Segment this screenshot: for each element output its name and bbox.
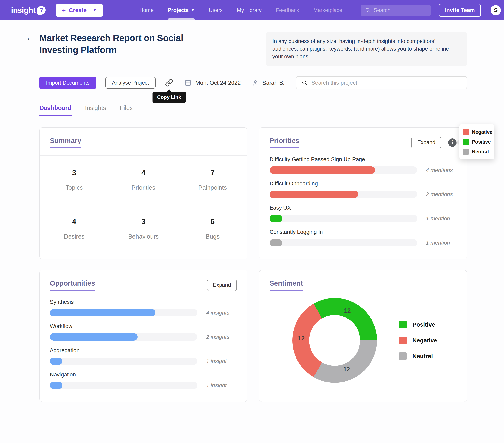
info-icon[interactable]: i: [448, 138, 457, 147]
opportunities-title: Opportunities: [50, 279, 95, 291]
bar-label: Aggregation: [50, 347, 237, 353]
sentiment-donut-chart: 12 12 12: [292, 298, 377, 383]
bar-mentions: 2 mentions: [417, 191, 457, 198]
copy-link-button[interactable]: Copy Link: [165, 79, 173, 87]
nav-item-my-library[interactable]: My Library: [230, 0, 269, 20]
nav-item-home[interactable]: Home: [132, 0, 161, 20]
bar-fill: [270, 215, 282, 222]
donut-label-neutral: 12: [343, 366, 350, 373]
tab-dashboard[interactable]: Dashboard: [39, 104, 71, 116]
summary-label: Topics: [66, 184, 83, 191]
bar-track: [270, 191, 417, 198]
legend-item-negative: Negative: [399, 337, 437, 344]
summary-label: Behaviours: [128, 233, 159, 240]
sentiment-card-header: Sentiment: [259, 270, 467, 298]
neutral-swatch: [399, 352, 407, 360]
bar-insights: 1 insight: [198, 382, 237, 389]
plus-icon: +: [62, 6, 66, 14]
app-header: insight 7 + Create ▼ Home Projects ▼ Use…: [0, 0, 504, 20]
opportunity-bar-item: Synthesis 4 insights: [50, 299, 237, 316]
legend-item-positive: Positive: [399, 321, 437, 328]
negative-swatch: [463, 129, 469, 135]
invite-team-button[interactable]: Invite Team: [439, 4, 481, 17]
summary-value: 4: [141, 169, 145, 177]
bar-mentions: 4 mentions: [417, 167, 457, 173]
search-icon: [302, 80, 307, 86]
summary-title: Summary: [50, 137, 81, 148]
person-icon: [252, 79, 259, 86]
back-arrow[interactable]: ←: [26, 33, 35, 42]
user-avatar[interactable]: S: [491, 5, 501, 15]
divider: [39, 116, 467, 116]
legend-label: Neutral: [472, 149, 489, 155]
priorities-title: Priorities: [270, 137, 299, 148]
summary-value: 4: [72, 218, 76, 226]
project-owner-name: Sarah B.: [262, 80, 285, 86]
link-icon: [165, 79, 173, 87]
legend-item-positive: Positive: [463, 139, 491, 145]
summary-label: Desires: [64, 233, 85, 240]
project-description: In any business of any size, having in-d…: [266, 32, 467, 66]
chevron-down-icon: ▼: [191, 8, 195, 12]
opportunities-card-header: Opportunities Expand: [39, 270, 247, 298]
summary-cell-painpoints: 7 Painpoints: [178, 156, 247, 204]
search-icon: [365, 7, 371, 13]
opportunities-expand-button[interactable]: Expand: [207, 279, 237, 291]
bar-track: [270, 215, 417, 222]
legend-label: Negative: [413, 337, 437, 344]
tab-files[interactable]: Files: [120, 104, 133, 116]
chevron-down-icon: ▼: [92, 8, 97, 13]
dashboard-grid: Summary 3 Topics 4 Priorities 7 Painpoin…: [39, 128, 467, 418]
legend-label: Positive: [413, 321, 435, 328]
bar-mentions: 1 mention: [417, 240, 457, 246]
tab-insights[interactable]: Insights: [85, 104, 106, 116]
summary-cell-desires: 4 Desires: [39, 204, 109, 253]
negative-swatch: [399, 337, 407, 344]
bar-track: [270, 239, 417, 246]
nav-item-feedback[interactable]: Feedback: [269, 0, 306, 20]
page-title: Market Research Report on Social Investi…: [39, 32, 216, 56]
import-documents-button[interactable]: Import Documents: [39, 77, 96, 89]
sentiment-title: Sentiment: [270, 279, 303, 291]
nav-item-projects[interactable]: Projects ▼: [161, 0, 202, 20]
summary-card-header: Summary: [39, 128, 247, 156]
nav-item-marketplace[interactable]: Marketplace: [306, 0, 349, 20]
bar-track: [270, 166, 417, 174]
legend-item-neutral: Neutral: [399, 352, 437, 360]
bar-fill: [50, 357, 62, 365]
analyse-project-button[interactable]: Analyse Project: [105, 77, 156, 89]
project-search-input[interactable]: [311, 80, 462, 86]
bar-fill: [270, 166, 375, 174]
priorities-expand-button[interactable]: Expand: [411, 137, 441, 148]
bar-label: Easy UX: [270, 205, 457, 211]
summary-cell-priorities: 4 Priorities: [109, 156, 178, 204]
project-tabs: Dashboard Insights Files: [39, 104, 467, 116]
bar-label: Workflow: [50, 323, 237, 329]
bar-track: [50, 357, 198, 365]
bar-label: Difficulty Getting Passed Sign Up Page: [270, 156, 457, 163]
bar-fill: [50, 309, 155, 316]
project-actions: Import Documents Analyse Project Copy Li…: [39, 76, 467, 89]
bar-track: [50, 309, 198, 316]
title-section: ← Market Research Report on Social Inves…: [39, 32, 467, 66]
legend-label: Neutral: [413, 353, 433, 359]
project-date-text: Mon, Oct 24 2022: [195, 80, 241, 86]
bar-label: Difficult Onboarding: [270, 180, 457, 187]
nav-item-users[interactable]: Users: [202, 0, 230, 20]
project-date: Mon, Oct 24 2022: [184, 79, 241, 87]
summary-value: 3: [72, 169, 76, 177]
summary-grid: 3 Topics 4 Priorities 7 Painpoints 4 Des…: [39, 156, 247, 253]
create-button[interactable]: + Create ▼: [56, 4, 103, 17]
legend-item-neutral: Neutral: [463, 149, 491, 155]
global-search-input[interactable]: [374, 7, 421, 13]
project-search[interactable]: [296, 76, 467, 89]
main-content: ← Market Research Report on Social Inves…: [0, 20, 504, 418]
bar-insights: 2 insights: [198, 334, 237, 340]
summary-label: Priorities: [131, 184, 155, 191]
opportunity-bar-item: Aggregation 1 insight: [50, 347, 237, 365]
sentiment-legend: Positive Negative Neutral: [399, 321, 437, 360]
summary-label: Painpoints: [198, 184, 227, 191]
global-search[interactable]: [361, 4, 431, 16]
app-logo[interactable]: insight 7: [11, 6, 46, 15]
bar-insights: 1 insight: [198, 358, 237, 364]
